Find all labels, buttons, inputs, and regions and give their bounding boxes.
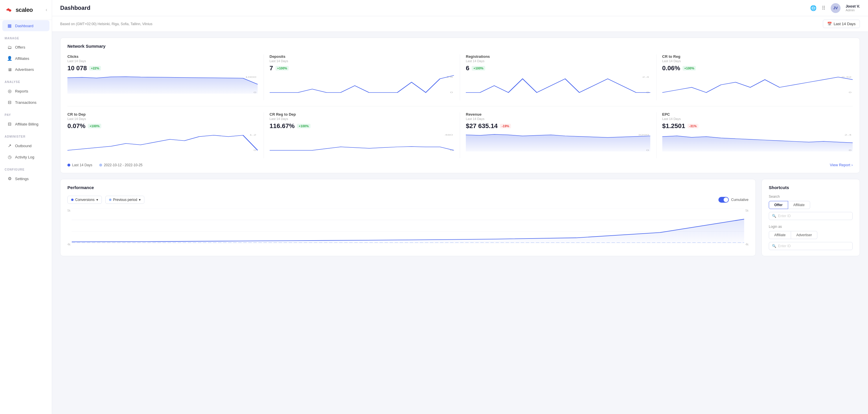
svg-point-1 — [6, 9, 8, 10]
search-icon2: 🔍 — [772, 244, 776, 248]
sidebar-item-outbound[interactable]: ↗ Outbound — [2, 140, 50, 151]
legend-label-previous: 2022-10-12 - 2022-10-25 — [104, 163, 142, 167]
metrics-row2: CR to Dep Last 14 Days 0.07% +100% 1.20 … — [67, 106, 852, 158]
shortcuts-title: Shortcuts — [769, 185, 852, 190]
sidebar-item-dashboard[interactable]: ▦ Dashboard — [2, 20, 50, 31]
metric-name: CR to Dep — [67, 112, 258, 116]
previous-period-dropdown[interactable]: Previous period ▾ — [105, 196, 144, 204]
metric-value: 10 078 — [67, 65, 87, 72]
globe-icon[interactable]: 🌐 — [810, 5, 816, 11]
metric-chart-container: 10000 — [67, 75, 258, 95]
search-id-input-row[interactable]: 🔍 Enter ID — [769, 212, 852, 220]
search-tab-affiliate[interactable]: Affiliate — [788, 201, 810, 209]
y-axis-4k-left: 4k — [67, 243, 71, 246]
sidebar-label-transactions: Transactions — [15, 100, 36, 105]
login-id-input-row[interactable]: 🔍 Enter ID — [769, 242, 852, 250]
metric-cell-cr-to-reg: CR to Reg Last 14 Days 0.06% +100% 0.320 — [656, 54, 853, 100]
cumulative-switch[interactable] — [718, 197, 729, 203]
login-tab-advertiser[interactable]: Advertiser — [791, 231, 817, 239]
y-axis-4k-right: 4k — [745, 243, 748, 246]
performance-card: Performance Conversions ▾ Previous perio… — [60, 179, 756, 256]
metric-chart: 4.80 — [270, 75, 454, 94]
sidebar-icon-transactions: ⊟ — [7, 100, 12, 105]
metric-value: 7 — [270, 65, 273, 72]
sidebar-section-manage: MANAGE — [0, 32, 52, 42]
search-tab-offer[interactable]: Offer — [769, 201, 788, 209]
topbar-right: 🌐 ⠿ JV Joost V. Admin — [810, 3, 860, 13]
metric-cell-clicks: Clicks Last 14 Days 10 078 +22% 10000 — [67, 54, 264, 100]
avatar[interactable]: JV — [831, 3, 840, 13]
y-axis-5k-right: 5k — [745, 209, 748, 212]
view-report-link[interactable]: View Report › — [830, 163, 852, 167]
sidebar-icon-affiliates: 👤 — [7, 56, 12, 61]
svg-text:3200: 3200 — [638, 134, 649, 136]
metric-name: EPC — [662, 112, 853, 116]
metric-value-row: 7 +100% — [270, 65, 454, 72]
sidebar-section-pay: PAY — [0, 108, 52, 118]
sidebar-item-transactions[interactable]: ⊟ Transactions — [2, 97, 50, 108]
metric-badge: -31% — [687, 124, 699, 128]
sidebar-item-affiliate-billing[interactable]: ⊟ Affiliate Billing — [2, 118, 50, 130]
sidebar-item-affiliates[interactable]: 👤 Affiliates — [2, 53, 50, 64]
sidebar-item-settings[interactable]: ⚙ Settings — [2, 173, 50, 184]
conversions-label: Conversions — [75, 198, 95, 202]
cumulative-label: Cumulative — [731, 198, 748, 202]
metric-value: 116.67% — [270, 122, 295, 130]
metric-chart-container: 4800 — [270, 133, 454, 152]
metric-name: Clicks — [67, 54, 258, 59]
collapse-icon[interactable]: ‹ — [46, 7, 47, 12]
search-id-placeholder: Enter ID — [778, 214, 791, 218]
metric-period: Last 14 Days — [662, 59, 853, 63]
metric-cell-revenue: Revenue Last 14 Days $27 635.14 -19% 320… — [460, 112, 656, 158]
svg-text:0: 0 — [848, 91, 851, 94]
metric-badge: -19% — [500, 124, 511, 128]
conversions-dot — [71, 199, 73, 201]
metric-name: CR Reg to Dep — [270, 112, 454, 116]
metric-period: Last 14 Days — [270, 117, 454, 120]
sidebar-label-affiliate-billing: Affiliate Billing — [15, 122, 38, 126]
metric-chart: 0.320 — [662, 75, 853, 94]
sidebar-item-offers[interactable]: 🗂 Offers — [2, 42, 50, 53]
metric-period: Last 14 Days — [662, 117, 853, 120]
user-role: Admin — [846, 8, 855, 12]
sidebar-item-activity-log[interactable]: ◷ Activity Log — [2, 151, 50, 163]
metric-chart-container: 32000 — [466, 133, 650, 152]
topbar: Dashboard 🌐 ⠿ JV Joost V. Admin — [52, 0, 868, 16]
performance-chart — [72, 208, 744, 243]
metric-chart: 4800 — [270, 133, 454, 151]
sidebar-icon-dashboard: ▦ — [7, 23, 12, 28]
search-icon: 🔍 — [772, 214, 776, 218]
user-info: Joost V. Admin — [846, 4, 860, 12]
svg-text:0: 0 — [450, 91, 453, 94]
metrics-row1: Clicks Last 14 Days 10 078 +22% 10000 De… — [67, 54, 852, 100]
sidebar-section-analyse: ANALYSE — [0, 75, 52, 85]
svg-text:480: 480 — [444, 134, 453, 136]
metric-value: 0.06% — [662, 65, 680, 72]
legend-dot-previous — [99, 164, 102, 167]
conversions-dropdown[interactable]: Conversions ▾ — [67, 196, 102, 204]
login-tab-affiliate[interactable]: Affiliate — [769, 231, 791, 239]
metric-name: Registrations — [466, 54, 650, 59]
sidebar-section-administer: ADMINISTER — [0, 130, 52, 140]
metric-chart: 2.40 — [466, 75, 650, 94]
legend-label-current: Last 14 Days — [72, 163, 92, 167]
performance-controls: Conversions ▾ Previous period ▾ Cumulati… — [67, 196, 748, 204]
metric-value-row: 10 078 +22% — [67, 65, 258, 72]
sidebar-icon-outbound: ↗ — [7, 143, 12, 148]
metric-period: Last 14 Days — [67, 117, 258, 120]
sidebar-icon-settings: ⚙ — [7, 176, 12, 181]
sidebar-item-reports[interactable]: ◎ Reports — [2, 85, 50, 97]
sidebar-item-advertisers[interactable]: 🖥 Advertisers — [2, 64, 50, 75]
sidebar-icon-affiliate-billing: ⊟ — [7, 122, 12, 127]
login-tabs: Affiliate Advertiser — [769, 231, 852, 239]
date-range-button[interactable]: 📅 Last 14 Days — [823, 20, 860, 28]
metric-chart-container: 4.80 — [270, 75, 454, 95]
grid-icon[interactable]: ⠿ — [822, 5, 826, 11]
logo-name: scaleo — [16, 7, 33, 13]
content-area: Network Summary Clicks Last 14 Days 10 0… — [52, 32, 868, 414]
bottom-grid: Performance Conversions ▾ Previous perio… — [60, 179, 860, 256]
metric-cell-cr-reg-to-dep: CR Reg to Dep Last 14 Days 116.67% +100%… — [264, 112, 460, 158]
page-title: Dashboard — [60, 5, 90, 11]
metric-value-row: 0.07% +100% — [67, 122, 258, 130]
svg-text:1000: 1000 — [245, 76, 257, 78]
